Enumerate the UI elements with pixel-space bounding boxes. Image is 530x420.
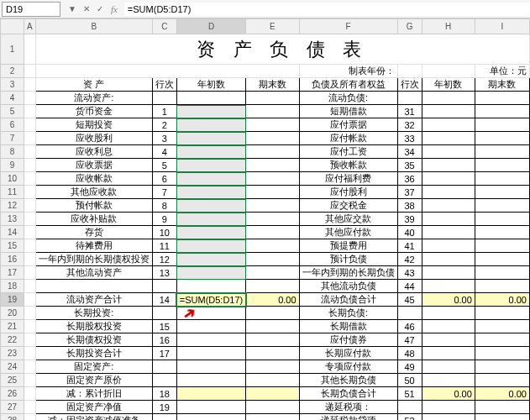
cell-H24[interactable]: [422, 360, 475, 374]
cell-G23[interactable]: 48: [397, 347, 422, 360]
row-14[interactable]: 14: [1, 226, 24, 239]
cell-I23[interactable]: [475, 347, 529, 360]
cell-F16[interactable]: 预计负债: [299, 253, 397, 266]
cell-F6[interactable]: 应付票据: [299, 118, 397, 132]
cell-G4[interactable]: [397, 92, 422, 105]
row-16[interactable]: 16: [1, 253, 24, 266]
row-23[interactable]: 23: [1, 347, 24, 360]
cell-C17[interactable]: 13: [152, 266, 176, 280]
cell-I5[interactable]: [475, 105, 529, 118]
cell-I24[interactable]: [475, 360, 529, 374]
cell-D15[interactable]: [176, 239, 246, 253]
cell-G19[interactable]: 45: [397, 293, 422, 307]
cell-B19[interactable]: 流动资产合计: [35, 293, 152, 307]
cell-E5[interactable]: [246, 105, 299, 118]
cell-G7[interactable]: 33: [397, 132, 422, 145]
cell-E4[interactable]: [246, 92, 299, 105]
cell-F22[interactable]: 应付债券: [299, 333, 397, 347]
row-11[interactable]: 11: [1, 186, 24, 199]
cell-G14[interactable]: 40: [397, 226, 422, 239]
cell-F26[interactable]: 长期负债合计: [299, 387, 397, 401]
cell-C25[interactable]: [152, 374, 176, 387]
cell-I11[interactable]: [475, 186, 529, 199]
row-18[interactable]: 18: [1, 280, 24, 293]
cell-E10[interactable]: [246, 172, 299, 186]
row-24[interactable]: 24: [1, 360, 24, 374]
cell-F19[interactable]: 流动负债合计: [299, 293, 397, 307]
cell-E28[interactable]: [246, 414, 299, 421]
cell-I16[interactable]: [475, 253, 529, 266]
cell-G5[interactable]: 31: [397, 105, 422, 118]
cell-E8[interactable]: [246, 145, 299, 159]
cell-D9[interactable]: [176, 159, 246, 172]
cell-G8[interactable]: 34: [397, 145, 422, 159]
cell-F9[interactable]: 预收帐款: [299, 159, 397, 172]
cell-D22[interactable]: [176, 333, 246, 347]
cell-D18[interactable]: [176, 280, 246, 293]
cell-H26[interactable]: 0.00: [422, 387, 475, 401]
col-G[interactable]: G: [397, 19, 422, 34]
cell-C21[interactable]: 15: [152, 320, 176, 333]
row-10[interactable]: 10: [1, 172, 24, 186]
cell-C13[interactable]: 9: [152, 213, 176, 226]
cell-I22[interactable]: [475, 333, 529, 347]
cell-B15[interactable]: 待摊费用: [35, 239, 152, 253]
cell-E14[interactable]: [246, 226, 299, 239]
cell-E12[interactable]: [246, 199, 299, 213]
cell-D8[interactable]: [176, 145, 246, 159]
cell-B6[interactable]: 短期投资: [35, 118, 152, 132]
cell-B25[interactable]: 固定资产原价: [35, 374, 152, 387]
cell-E7[interactable]: [246, 132, 299, 145]
row-5[interactable]: 5: [1, 105, 24, 118]
cell-C16[interactable]: 12: [152, 253, 176, 266]
cell-B10[interactable]: 应收帐款: [35, 172, 152, 186]
row-26[interactable]: 26: [1, 387, 24, 401]
cell-I26[interactable]: 0.00: [475, 387, 529, 401]
row-12[interactable]: 12: [1, 199, 24, 213]
cell-D25[interactable]: [176, 374, 246, 387]
cell-B4[interactable]: 流动资产:: [35, 92, 152, 105]
cell-H11[interactable]: [422, 186, 475, 199]
cell-H28[interactable]: [422, 414, 475, 421]
cell-B5[interactable]: 货币资金: [35, 105, 152, 118]
cell-G27[interactable]: [397, 401, 422, 414]
cell-C10[interactable]: 6: [152, 172, 176, 186]
cell-H10[interactable]: [422, 172, 475, 186]
col-F[interactable]: F: [299, 19, 397, 34]
fx-icon[interactable]: fx: [108, 4, 121, 14]
cell-G18[interactable]: 44: [397, 280, 422, 293]
cell-C5[interactable]: 1: [152, 105, 176, 118]
cell-I28[interactable]: [475, 414, 529, 421]
cell-H18[interactable]: [422, 280, 475, 293]
cell-D6[interactable]: [176, 118, 246, 132]
cell-B22[interactable]: 长期债权投资: [35, 333, 152, 347]
cell-H21[interactable]: [422, 320, 475, 333]
cell-C9[interactable]: 5: [152, 159, 176, 172]
cell-B26[interactable]: 减：累计折旧: [35, 387, 152, 401]
row-3[interactable]: 3: [1, 78, 24, 92]
cancel-icon[interactable]: ✕: [81, 4, 92, 14]
cell-C22[interactable]: 16: [152, 333, 176, 347]
row-28[interactable]: 28: [1, 414, 24, 421]
cell-E17[interactable]: [246, 266, 299, 280]
cell-F15[interactable]: 预提费用: [299, 239, 397, 253]
cell-I4[interactable]: [475, 92, 529, 105]
cell-B14[interactable]: 存货: [35, 226, 152, 239]
cell-H15[interactable]: [422, 239, 475, 253]
cell-D7[interactable]: [176, 132, 246, 145]
cell-F14[interactable]: 其他应付款: [299, 226, 397, 239]
cell-H14[interactable]: [422, 226, 475, 239]
cell-H9[interactable]: [422, 159, 475, 172]
cell-F27[interactable]: 递延税项：: [299, 401, 397, 414]
cell-C18[interactable]: [152, 280, 176, 293]
cell-E20[interactable]: [246, 307, 299, 320]
cell-I8[interactable]: [475, 145, 529, 159]
cell-F25[interactable]: 其他长期负债: [299, 374, 397, 387]
cell-H5[interactable]: [422, 105, 475, 118]
formula-input[interactable]: [124, 3, 530, 16]
row-1[interactable]: 1: [1, 34, 24, 65]
row-2[interactable]: 2: [1, 65, 24, 78]
cell-E19[interactable]: 0.00: [246, 293, 299, 307]
cell-B27[interactable]: 固定资产净值: [35, 401, 152, 414]
cell-F23[interactable]: 长期应付款: [299, 347, 397, 360]
